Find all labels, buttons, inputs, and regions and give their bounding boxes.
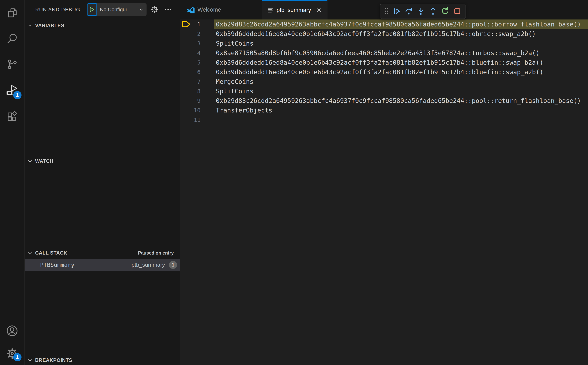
launch-configuration-dropdown[interactable]: No Configur	[97, 3, 147, 16]
breakpoint-gutter[interactable]	[180, 77, 191, 86]
code-line[interactable]: 11	[180, 115, 588, 125]
editor-group: Welcome ptb_summary	[180, 0, 588, 365]
toolbar-drag-handle[interactable]	[383, 5, 390, 17]
tab-ptb-summary[interactable]: ptb_summary	[262, 0, 327, 20]
line-number[interactable]: 7	[191, 78, 201, 85]
line-number[interactable]: 6	[191, 69, 201, 75]
sidebar-header: RUN AND DEBUG No Configur	[25, 0, 180, 20]
line-text[interactable]: 0xb39d6dddedd16ed8a40ce0b1e6b43c92acf0ff…	[214, 29, 588, 39]
code-line[interactable]: 2 0xb39d6dddedd16ed8a40ce0b1e6b43c92acf0…	[180, 29, 588, 39]
debug-pause-status: Paused on entry	[138, 250, 174, 256]
launch-configuration-value: No Configur	[100, 7, 127, 13]
watch-section-header[interactable]: WATCH	[25, 155, 180, 167]
sidebar-item-search[interactable]	[0, 26, 24, 51]
gear-icon	[151, 6, 158, 13]
sidebar-item-explorer[interactable]	[0, 0, 24, 26]
breakpoint-gutter[interactable]	[180, 86, 191, 96]
views-more-actions-button[interactable]	[165, 6, 171, 14]
tab-welcome[interactable]: Welcome	[180, 0, 262, 20]
line-number[interactable]: 10	[191, 107, 201, 114]
restart-button[interactable]	[439, 5, 451, 17]
chevron-down-icon	[139, 7, 144, 12]
code-line[interactable]: 7 MergeCoins	[180, 77, 588, 86]
account-button[interactable]	[0, 319, 24, 342]
line-text[interactable]: MergeCoins	[214, 77, 588, 86]
line-number[interactable]: 11	[191, 117, 201, 123]
stop-button[interactable]	[451, 5, 463, 17]
call-stack-section-header[interactable]: CALL STACK Paused on entry	[25, 247, 180, 259]
step-out-icon	[429, 7, 437, 15]
sidebar-item-source-control[interactable]	[0, 51, 24, 77]
breakpoint-gutter[interactable]	[180, 20, 191, 29]
line-text[interactable]: TransferObjects	[214, 105, 588, 115]
vscode-logo-icon	[187, 6, 195, 14]
step-over-button[interactable]	[403, 5, 415, 17]
code-line[interactable]: 10 TransferObjects	[180, 105, 588, 115]
breakpoint-gutter[interactable]	[180, 115, 191, 125]
vscode-window: 1	[0, 0, 588, 365]
line-text[interactable]: SplitCoins	[214, 39, 588, 48]
breakpoints-section-header[interactable]: BREAKPOINTS	[25, 354, 180, 365]
gripper-icon	[384, 7, 389, 16]
code-line[interactable]: 5 0xb39d6dddedd16ed8a40ce0b1e6b43c92acf0…	[180, 58, 588, 67]
start-debugging-button[interactable]	[87, 3, 97, 16]
continue-button[interactable]	[390, 5, 403, 17]
call-stack-frame[interactable]: PTBSummary ptb_summary 1	[25, 259, 180, 271]
breakpoint-gutter[interactable]	[180, 48, 191, 58]
line-number[interactable]: 2	[191, 30, 201, 37]
tab-label: Welcome	[198, 7, 221, 13]
activity-bar: 1	[0, 0, 24, 365]
line-text[interactable]: 0x8ae871505a80d8bf6bf9c05906cda6edfeea46…	[214, 48, 588, 58]
breakpoint-gutter[interactable]	[180, 39, 191, 48]
debug-settings-button[interactable]	[151, 6, 158, 14]
breakpoint-gutter[interactable]	[180, 105, 191, 115]
line-number[interactable]: 3	[191, 40, 201, 47]
variables-section-header[interactable]: VARIABLES	[25, 20, 180, 32]
step-out-button[interactable]	[427, 5, 439, 17]
run-and-debug-sidebar: RUN AND DEBUG No Configur	[25, 0, 180, 365]
line-text[interactable]: 0xb29d83c26cdd2a64959263abbcfc4a6937f0c9…	[214, 96, 588, 105]
breakpoint-gutter[interactable]	[180, 58, 191, 67]
variables-section: VARIABLES	[25, 20, 180, 32]
line-number[interactable]: 8	[191, 88, 201, 94]
code-line[interactable]: 6 0xb39d6dddedd16ed8a40ce0b1e6b43c92acf0…	[180, 67, 588, 77]
source-control-icon	[7, 59, 18, 70]
debug-count-badge: 1	[13, 91, 21, 99]
watch-section: WATCH	[25, 155, 180, 167]
line-text[interactable]: 0xb29d83c26cdd2a64959263abbcfc4a6937f0c9…	[214, 20, 588, 29]
sidebar-item-run-and-debug[interactable]: 1	[0, 77, 24, 103]
line-text[interactable]: 0xb39d6dddedd16ed8a40ce0b1e6b43c92acf0ff…	[214, 67, 588, 77]
chevron-down-icon	[27, 358, 33, 363]
manage-button[interactable]: 1	[0, 342, 24, 365]
line-number[interactable]: 9	[191, 98, 201, 104]
code-line[interactable]: 1 0xb29d83c26cdd2a64959263abbcfc4a6937f0…	[180, 20, 588, 29]
line-number[interactable]: 4	[191, 50, 201, 56]
search-icon	[7, 33, 18, 44]
tab-label: ptb_summary	[276, 7, 311, 14]
line-text[interactable]: SplitCoins	[214, 86, 588, 96]
sidebar-item-extensions[interactable]	[0, 103, 24, 129]
code-line[interactable]: 9 0xb29d83c26cdd2a64959263abbcfc4a6937f0…	[180, 96, 588, 105]
launch-control: No Configur	[87, 3, 147, 16]
code-line[interactable]: 3 SplitCoins	[180, 39, 588, 48]
chevron-down-icon	[27, 23, 33, 28]
line-number[interactable]: 5	[191, 59, 201, 66]
breakpoint-gutter[interactable]	[180, 67, 191, 77]
stop-icon	[453, 7, 461, 15]
line-text[interactable]: 0xb39d6dddedd16ed8a40ce0b1e6b43c92acf0ff…	[214, 58, 588, 67]
extensions-icon	[7, 110, 18, 121]
code-line[interactable]: 4 0x8ae871505a80d8bf6bf9c05906cda6edfeea…	[180, 48, 588, 58]
close-icon[interactable]	[316, 7, 322, 13]
breakpoint-gutter[interactable]	[180, 29, 191, 39]
frame-name: PTBSummary	[40, 261, 74, 268]
step-into-button[interactable]	[415, 5, 427, 17]
section-label: CALL STACK	[35, 250, 67, 256]
ellipsis-icon	[165, 6, 171, 13]
manage-count-badge: 1	[13, 353, 21, 361]
line-number[interactable]: 1	[191, 21, 201, 28]
code-line[interactable]: 8 SplitCoins	[180, 86, 588, 96]
line-text[interactable]	[214, 115, 588, 125]
step-over-icon	[404, 7, 413, 15]
explorer-icon	[7, 7, 18, 19]
breakpoint-gutter[interactable]	[180, 96, 191, 105]
